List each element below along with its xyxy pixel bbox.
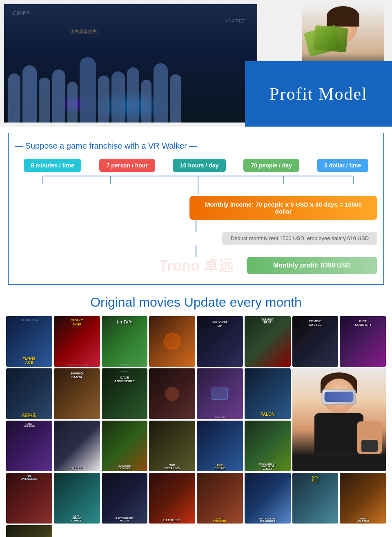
deduct-box: Deduct monthly rent 1500 USD, employee s… bbox=[222, 232, 377, 245]
profit-model-box: Profit Model bbox=[245, 61, 392, 127]
vr-lady-card bbox=[292, 368, 386, 471]
movie-card: EVEONLINE bbox=[197, 421, 243, 471]
movie-card: TOUPISTTRAP bbox=[245, 316, 291, 367]
movie-card: SURVIVALOF bbox=[197, 316, 243, 367]
top-section: 幻影星空 VR-FREE 「功夫星李连杰」 Profit Model bbox=[0, 0, 392, 127]
movie-card: PALON bbox=[245, 368, 291, 419]
badge-dollar-time: 5 dollar / time bbox=[317, 159, 368, 172]
profit-model-title: Profit Model bbox=[270, 84, 368, 104]
movies-section: Original movies Update every month 9D VI… bbox=[0, 291, 392, 537]
vr-arcade-photo: 幻影星空 VR-FREE 「功夫星李连杰」 bbox=[4, 4, 257, 123]
monthly-profit-box: Monthly profit: 8390 USD bbox=[247, 257, 377, 274]
badge-minutes: 8 minutes / time bbox=[24, 159, 82, 172]
movie-card: THROUGH THEICE MENDES bbox=[245, 473, 291, 524]
badge-person-hour: 7 person / hour bbox=[99, 159, 155, 172]
movie-card: Treno 9D bbox=[197, 368, 243, 419]
movie-card: THEAVENGERS bbox=[6, 473, 52, 524]
movie-card: VR-MEN bbox=[54, 421, 100, 471]
movie-card: 9D VIRTUAL FLYINGACE bbox=[6, 316, 52, 367]
movie-card: ANRABATREASURE bbox=[197, 473, 243, 524]
movie-card bbox=[149, 316, 195, 367]
connector-lines bbox=[17, 172, 379, 194]
v-line-bottom bbox=[15, 245, 377, 257]
movie-card: Treno 9D CAVEADVENTURE bbox=[102, 368, 148, 419]
movie-card bbox=[6, 525, 52, 537]
v-line-top bbox=[15, 220, 377, 232]
profit-model-section: Suppose a game franchise with a VR Walke… bbox=[8, 133, 384, 285]
movie-card: HEROES OFTHE STORM bbox=[6, 368, 52, 419]
movie-card: CROSSVOLCANO bbox=[340, 473, 386, 524]
profit-section-title: Suppose a game franchise with a VR Walke… bbox=[15, 141, 377, 151]
movie-card: NBATHEATER bbox=[6, 421, 52, 471]
movies-title: Original movies Update every month bbox=[6, 295, 386, 310]
movie-card: ZOMBIECASTLE bbox=[292, 316, 339, 367]
movie-card: CRAZYTHIEF Treno 9D VIRTUAL bbox=[54, 316, 100, 367]
movies-grid: 9D VIRTUAL FLYINGACE CRAZYTHIEF Treno 9D… bbox=[6, 316, 386, 537]
movie-card: CityTour bbox=[292, 473, 339, 524]
movie-card: F1 STREET bbox=[149, 473, 195, 524]
movie-card: La Tale Treno 9D bbox=[102, 316, 148, 367]
income-box: Monthly income: 70 people x 5 USD x 30 d… bbox=[189, 196, 377, 220]
movie-card: THE DAWN OFDINOSAURVALLEY bbox=[245, 421, 291, 471]
movie-card: THEBREAKING bbox=[149, 421, 195, 471]
badge-people-day: 70 people / day bbox=[243, 159, 299, 172]
badge-hours-day: 10 hours / day bbox=[173, 159, 226, 172]
movie-card: JURASSICCOASTER bbox=[102, 421, 148, 471]
movie-card: BATTLEFRONTMECHA bbox=[102, 473, 148, 524]
movie-card bbox=[149, 368, 195, 419]
movie-card: RIFTCOASTER bbox=[340, 316, 386, 367]
badges-row: 8 minutes / time 7 person / hour 10 hour… bbox=[15, 159, 377, 172]
movie-card: SAVINGSANTA bbox=[54, 368, 100, 419]
movie-card: LEAPGRANDCANYON bbox=[54, 473, 100, 524]
